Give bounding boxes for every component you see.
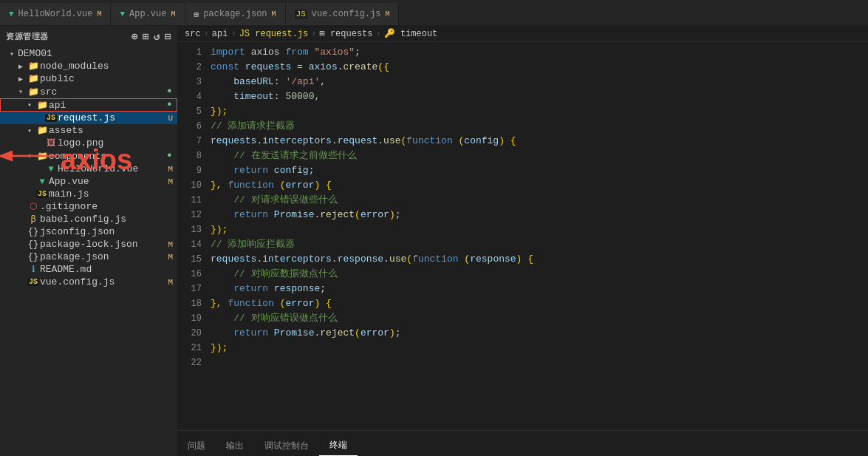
code-line-21: 21 }); (177, 341, 868, 355)
code-line-8: 8 // 在发送请求之前做些什么 (177, 149, 868, 163)
sidebar-item-readme[interactable]: ℹ README.md (0, 263, 177, 276)
json-icon-pkg-lock: {} (27, 239, 40, 250)
api-label: api (49, 100, 165, 111)
line-num-7: 7 (177, 135, 211, 149)
git-icon-gitignore: ⬡ (27, 201, 40, 212)
sidebar-item-package-lock[interactable]: {} package-lock.json M (0, 238, 177, 251)
vue-icon-app: ▼ (35, 177, 49, 187)
code-line-11: 11 // 对请求错误做些什么 (177, 193, 868, 208)
pkg-lock-label: package-lock.json (40, 239, 168, 250)
breadcrumb-request-js: JS request.js (239, 29, 309, 39)
pkg-json-label: package.json (40, 251, 168, 262)
code-editor[interactable]: 1 import axios from "axios"; 2 const req… (177, 42, 868, 430)
line-content-9: return config; (211, 163, 868, 177)
app-vue-badge: M (168, 177, 177, 186)
code-line-14: 14 // 添加响应拦截器 (177, 237, 868, 252)
code-line-9: 9 return config; (177, 163, 868, 178)
line-content-13: }); (211, 222, 868, 236)
editor-area: src › api › JS request.js › ⊞ requests ›… (177, 26, 868, 456)
line-content-8: // 在发送请求之前做些什么 (211, 149, 868, 163)
line-num-12: 12 (177, 208, 211, 222)
line-content-15: requests.interceptors.response.use(funct… (211, 252, 868, 266)
node-modules-label: node_modules (40, 61, 177, 72)
sidebar-item-public[interactable]: ▶ 📁 public (0, 72, 177, 85)
line-num-11: 11 (177, 194, 211, 208)
breadcrumb-symbol: ⊞ requests (319, 28, 372, 39)
sidebar-item-package-json[interactable]: {} package.json M (0, 251, 177, 263)
sidebar-item-gitignore[interactable]: ⬡ .gitignore (0, 200, 177, 213)
components-arrow: ▾ (24, 152, 35, 160)
public-arrow: ▶ (15, 75, 27, 84)
panel-tab-problems[interactable]: 问题 (177, 436, 216, 456)
sidebar-item-main-js[interactable]: JS main.js (0, 188, 177, 200)
tab-helloworld-label: HelloWorld.vue (18, 9, 93, 19)
line-content-14: // 添加响应拦截器 (211, 237, 868, 251)
folder-icon-src: 📁 (27, 86, 40, 98)
new-file-icon[interactable]: ⊕ (131, 30, 138, 43)
tab-vue-config-modified: M (385, 10, 389, 18)
folder-icon-assets: 📁 (35, 125, 49, 136)
refresh-icon[interactable]: ↺ (154, 30, 160, 43)
sidebar-item-babel-config[interactable]: β babel.config.js (0, 213, 177, 225)
sidebar-item-jsconfig[interactable]: {} jsconfig.json (0, 225, 177, 238)
sidebar-item-vue-config[interactable]: JS vue.config.js M (0, 276, 177, 288)
code-line-12: 12 return Promise.reject(error); (177, 208, 868, 222)
line-content-20: return Promise.reject(error); (211, 326, 868, 340)
tab-app-label: App.vue (129, 9, 166, 19)
public-label: public (40, 73, 177, 84)
sidebar-item-logo-png[interactable]: 🖼 logo.png (0, 137, 177, 149)
panel-tab-debug-console[interactable]: 调试控制台 (254, 436, 319, 456)
folder-icon-api: 📁 (35, 100, 49, 111)
collapse-icon[interactable]: ⊟ (165, 30, 171, 43)
line-num-2: 2 (177, 61, 211, 75)
src-label: src (40, 86, 165, 98)
sidebar-item-app-vue[interactable]: ▼ App.vue M (0, 175, 177, 188)
sidebar-item-helloworld-vue[interactable]: ▼ HelloWorld.vue M (0, 163, 177, 175)
breadcrumb-sep-1: › (204, 29, 209, 39)
code-line-3: 3 baseURL: '/api', (177, 75, 868, 89)
panel-tab-output[interactable]: 输出 (216, 436, 254, 456)
tab-helloworld[interactable]: ▼ HelloWorld.vue M (0, 3, 111, 25)
line-num-21: 21 (177, 341, 211, 355)
sidebar-item-src[interactable]: ▾ 📁 src • (0, 85, 177, 98)
line-num-6: 6 (177, 120, 211, 134)
code-line-5: 5 }); (177, 104, 868, 119)
line-num-9: 9 (177, 164, 211, 178)
line-content-17: return response; (211, 282, 868, 296)
code-line-1: 1 import axios from "axios"; (177, 45, 868, 60)
breadcrumb-sep-2: › (230, 29, 236, 39)
tree-root[interactable]: ▾ DEMO01 (0, 47, 177, 60)
code-line-22: 22 (177, 355, 868, 370)
tab-package-json-label: package.json (203, 9, 267, 19)
breadcrumb-sep-3: › (311, 29, 316, 39)
json-icon: ⊞ (194, 10, 199, 19)
sidebar-item-api[interactable]: ▾ 📁 api • (0, 98, 177, 112)
sidebar-item-components[interactable]: ▾ 📁 components • (0, 149, 177, 163)
line-num-17: 17 (177, 282, 211, 296)
tab-package-json[interactable]: ⊞ package.json M (185, 3, 286, 25)
line-content-7: requests.interceptors.request.use(functi… (211, 134, 868, 148)
sidebar-item-node-modules[interactable]: ▶ 📁 node_modules (0, 60, 177, 72)
api-badge: • (165, 99, 177, 111)
panel-tab-terminal[interactable]: 终端 (319, 435, 358, 456)
main-area: 资源管理器 ⊕ ⊞ ↺ ⊟ ▾ DEMO01 ▶ 📁 node_modules … (0, 26, 868, 456)
tab-helloworld-modified: M (97, 10, 101, 18)
new-folder-icon[interactable]: ⊞ (143, 30, 149, 43)
js-icon-request: JS (44, 114, 58, 122)
code-line-6: 6 // 添加请求拦截器 (177, 119, 868, 134)
tab-vue-config[interactable]: JS vue.config.js M (286, 3, 400, 25)
line-num-16: 16 (177, 268, 211, 282)
sidebar-item-request-js[interactable]: JS request.js U (0, 112, 177, 124)
request-js-badge: U (168, 114, 177, 123)
tab-app[interactable]: ▼ App.vue M (111, 3, 185, 25)
line-num-13: 13 (177, 223, 211, 237)
line-num-14: 14 (177, 238, 211, 252)
sidebar-title: 资源管理器 (6, 31, 49, 42)
line-content-21: }); (211, 341, 868, 355)
main-js-label: main.js (49, 188, 177, 200)
breadcrumb-src: src (185, 29, 201, 39)
line-num-19: 19 (177, 312, 211, 326)
folder-icon-node-modules: 📁 (27, 61, 40, 72)
sidebar-item-assets[interactable]: ▾ 📁 assets (0, 124, 177, 137)
jsconfig-label: jsconfig.json (40, 226, 177, 237)
